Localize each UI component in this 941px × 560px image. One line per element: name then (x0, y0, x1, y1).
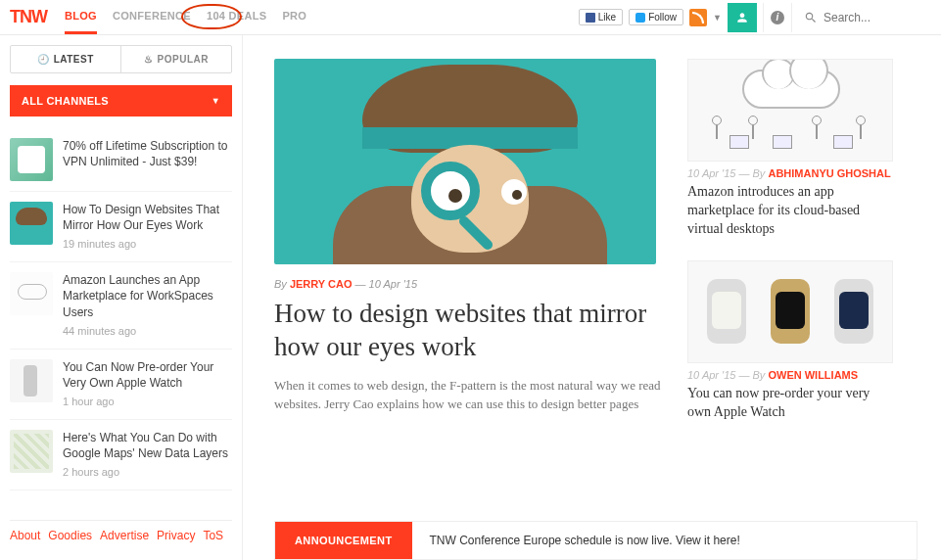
sidebar-tabs: 🕘LATEST ♨POPULAR (10, 45, 232, 73)
card-by: By (753, 369, 766, 381)
flame-icon: ♨ (144, 54, 154, 65)
article-list: 70% off Lifetime Subscription to VPN Unl… (10, 128, 232, 520)
announcement-text: TNW Conference Europe schedule is now li… (430, 534, 740, 547)
top-nav: TNW BLOG CONFERENCE 104 DEALS PRO Like F… (0, 0, 941, 35)
item-title: You Can Now Pre-order Your Very Own Appl… (63, 360, 213, 390)
search-wrap (798, 11, 931, 24)
excerpt: When it comes to web design, the F-patte… (274, 376, 666, 414)
item-timestamp: 19 minutes ago (63, 237, 232, 252)
facebook-like-button[interactable]: Like (579, 9, 623, 25)
list-item[interactable]: Amazon Launches an App Marketplace for W… (10, 262, 232, 349)
card-by: By (753, 167, 766, 179)
chevron-down-icon: ▼ (212, 96, 220, 106)
footer-advertise[interactable]: Advertise (100, 529, 149, 542)
rss-icon[interactable] (689, 9, 707, 26)
item-timestamp: 2 hours ago (63, 465, 232, 480)
nav-blog[interactable]: BLOG (65, 0, 97, 34)
by-label: By (274, 278, 287, 290)
card-byline: 10 Apr '15 — By OWEN WILLIAMS (687, 369, 895, 381)
user-button[interactable] (728, 3, 757, 32)
list-item[interactable]: Here's What You Can Do with Google Maps'… (10, 420, 232, 490)
tab-popular-label: POPULAR (158, 54, 209, 65)
author-name[interactable]: JERRY CAO (290, 278, 353, 290)
card-thumb (687, 260, 893, 363)
twitter-follow-button[interactable]: Follow (629, 9, 683, 25)
sidebar: 🕘LATEST ♨POPULAR ALL CHANNELS ▼ 70% off … (0, 35, 243, 560)
item-title: Here's What You Can Do with Google Maps'… (63, 431, 228, 460)
list-item[interactable]: You Can Now Pre-order Your Very Own Appl… (10, 350, 232, 420)
feature-article[interactable]: By JERRY CAO — 10 Apr '15 How to design … (274, 59, 666, 560)
card-author[interactable]: OWEN WILLIAMS (768, 369, 858, 381)
list-item[interactable]: 70% off Lifetime Subscription to VPN Unl… (10, 128, 232, 192)
hero-image (274, 59, 656, 264)
channels-dropdown[interactable]: ALL CHANNELS ▼ (10, 85, 232, 117)
card-byline: 10 Apr '15 — By ABHIMANYU GHOSHAL (687, 167, 895, 179)
tab-popular[interactable]: ♨POPULAR (121, 46, 231, 72)
item-timestamp: 44 minutes ago (63, 324, 232, 339)
card-article[interactable]: 10 Apr '15 — By ABHIMANYU GHOSHAL Amazon… (687, 59, 895, 239)
list-item[interactable]: How To Design Websites That Mirror How O… (10, 192, 232, 262)
tab-latest[interactable]: 🕘LATEST (11, 46, 121, 72)
footer-links: About Goodies Advertise Privacy ToS (10, 520, 232, 550)
footer-tos[interactable]: ToS (203, 529, 223, 542)
card-title: Amazon introduces an app marketplace for… (687, 183, 895, 239)
nav-links: BLOG CONFERENCE 104 DEALS PRO (65, 0, 306, 34)
thumb-icon (10, 359, 53, 402)
info-button[interactable]: i (763, 3, 792, 32)
item-title: Amazon Launches an App Marketplace for W… (63, 273, 213, 318)
twitter-icon (635, 13, 645, 23)
channels-label: ALL CHANNELS (22, 95, 109, 107)
tw-follow-label: Follow (648, 12, 677, 23)
facebook-icon (586, 13, 595, 23)
info-icon: i (771, 11, 784, 24)
announcement-bar[interactable]: ANNOUNCEMENT TNW Conference Europe sched… (274, 521, 917, 560)
card-date: 10 Apr '15 (687, 167, 735, 179)
thumb-icon (10, 430, 53, 473)
search-input[interactable] (823, 11, 931, 24)
more-caret-icon[interactable]: ▼ (713, 13, 722, 23)
item-title: 70% off Lifetime Subscription to VPN Unl… (63, 139, 228, 168)
thumb-icon (10, 138, 53, 181)
thumb-icon (10, 272, 53, 315)
nav-conference[interactable]: CONFERENCE (113, 0, 191, 34)
card-author[interactable]: ABHIMANYU GHOSHAL (768, 167, 890, 179)
byline: By JERRY CAO — 10 Apr '15 (274, 278, 666, 290)
announcement-tag: ANNOUNCEMENT (275, 522, 412, 559)
footer-goodies[interactable]: Goodies (48, 529, 92, 542)
search-icon[interactable] (804, 11, 818, 24)
item-timestamp: 1 hour ago (63, 395, 232, 409)
card-date: 10 Apr '15 (687, 369, 735, 381)
nav-pro[interactable]: PRO (282, 0, 306, 34)
card-article[interactable]: 10 Apr '15 — By OWEN WILLIAMS You can no… (687, 260, 895, 422)
logo[interactable]: TNW (10, 7, 47, 27)
nav-right: Like Follow ▼ i (579, 3, 931, 32)
clock-icon: 🕘 (37, 54, 50, 65)
footer-about[interactable]: About (10, 529, 40, 542)
tab-latest-label: LATEST (54, 54, 94, 65)
footer-privacy[interactable]: Privacy (157, 529, 195, 542)
item-title: How To Design Websites That Mirror How O… (63, 203, 219, 232)
fb-like-label: Like (598, 12, 616, 23)
right-column: 10 Apr '15 — By ABHIMANYU GHOSHAL Amazon… (687, 59, 895, 560)
article-date: 10 Apr '15 (369, 278, 417, 290)
user-icon (735, 11, 749, 24)
nav-deals[interactable]: 104 DEALS (207, 0, 266, 34)
headline: How to design websites that mirror how o… (274, 298, 666, 364)
card-thumb (687, 59, 893, 162)
main-content: By JERRY CAO — 10 Apr '15 How to design … (243, 35, 941, 560)
card-title: You can now pre-order your very own Appl… (687, 385, 895, 422)
thumb-icon (10, 202, 53, 245)
